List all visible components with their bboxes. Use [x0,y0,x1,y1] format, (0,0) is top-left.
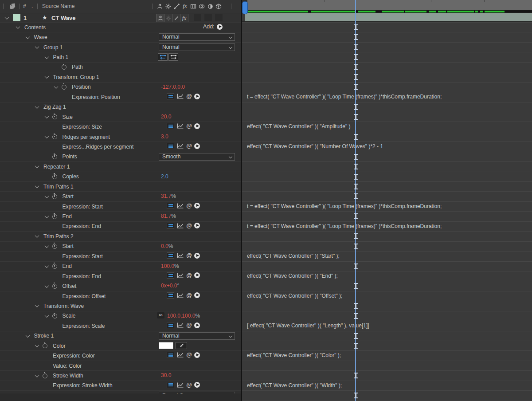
expression-language-menu-icon[interactable] [194,272,200,278]
show-post-expression-graph-icon[interactable] [176,123,184,129]
stopwatch-icon[interactable] [43,373,47,378]
property-value[interactable]: 2.0 [161,173,168,180]
property-value[interactable]: 100.0% [161,263,179,269]
property-row[interactable]: Ridges per segment3.0 [0,132,241,142]
enable-expression-icon[interactable] [167,143,174,149]
dropdown-normal[interactable]: Normal [159,332,235,340]
eyedropper-icon[interactable] [176,342,187,349]
property-row[interactable]: End100.0% [0,261,241,271]
stopwatch-icon[interactable] [52,114,57,119]
stopwatch-icon[interactable] [52,134,57,139]
shy-icon[interactable] [156,3,163,10]
property-track-row[interactable] [242,172,532,181]
enable-expression-icon[interactable] [167,352,174,358]
property-track-row[interactable] [242,42,532,52]
property-row[interactable]: ContentsAdd: [0,22,241,32]
property-row[interactable]: Stroke 1Normal [0,331,241,341]
motion-blur-icon[interactable] [198,3,205,10]
expression-row[interactable]: Expression: Color@ [0,350,241,360]
path-direction-icon[interactable] [168,53,178,61]
property-row[interactable]: Transform: Wave [0,301,241,311]
property-row[interactable]: Start31.7% [0,191,241,201]
expression-track-row[interactable]: t = effect( "CT Wave Controller" )( "Loo… [242,221,532,231]
stopwatch-icon[interactable] [52,174,57,179]
enable-expression-icon[interactable] [167,203,174,209]
source-name-column-header[interactable]: Source Name [42,3,74,9]
quality-toggle[interactable] [172,14,180,22]
enable-expression-icon[interactable] [167,292,174,299]
expression-row[interactable]: Expression: Offset@ [0,291,241,301]
chevron-down-icon[interactable] [54,84,59,89]
expression-pick-whip-icon[interactable]: @ [186,252,192,259]
stopwatch-icon[interactable] [52,154,57,159]
property-track-row[interactable] [242,72,532,82]
link-dimensions-icon[interactable]: ∞ [157,312,164,318]
enable-expression-icon[interactable] [167,223,174,229]
expression-pick-whip-icon[interactable]: @ [186,123,192,129]
property-track-row[interactable] [242,32,532,42]
property-row[interactable]: Size20.0 [0,112,241,122]
property-track-row[interactable] [242,132,532,142]
chevron-down-icon[interactable] [16,24,20,29]
show-post-expression-graph-icon[interactable] [176,223,184,229]
number-column-header[interactable]: # [23,3,26,9]
property-track-row[interactable] [242,261,532,271]
expression-language-menu-icon[interactable] [194,143,200,149]
property-track-row[interactable] [242,361,532,370]
property-row[interactable]: Color [0,341,241,350]
show-post-expression-graph-icon[interactable] [176,93,184,99]
chevron-down-icon[interactable] [44,134,49,138]
property-value[interactable]: 0x+0.0° [161,283,179,289]
expression-row[interactable]: Expression: End@ [0,221,241,231]
property-track-row[interactable] [242,181,532,191]
time-navigator-handle[interactable] [242,1,248,14]
chevron-down-icon[interactable] [44,263,49,268]
enable-expression-icon[interactable] [167,272,174,279]
expression-row[interactable]: Expression: Start@ [0,251,241,261]
property-row[interactable]: Scale∞100.0,100.0% [0,311,241,321]
property-value[interactable]: 31.7% [161,193,176,199]
stopwatch-icon[interactable] [52,244,57,249]
collapse-transformations-toggle[interactable] [164,14,172,22]
property-row[interactable]: Path 1 [0,52,241,62]
property-track-row[interactable] [242,331,532,341]
property-value[interactable]: 30.0 [161,372,171,378]
property-track-row[interactable] [242,191,532,201]
layer-name[interactable]: CT Wave [51,15,75,21]
expression-row[interactable]: Expression: Stroke Width@ [0,381,241,390]
layer-duration-bar[interactable] [245,12,532,22]
property-track-row[interactable] [242,341,532,350]
property-value[interactable]: 20.0 [161,114,171,120]
property-track-row[interactable] [242,211,532,221]
stopwatch-icon[interactable] [52,214,57,219]
expression-language-menu-icon[interactable] [194,94,200,99]
expression-pick-whip-icon[interactable]: @ [186,292,192,299]
property-row[interactable]: Start0.0% [0,241,241,251]
property-value[interactable]: 3.0 [161,134,168,140]
expression-language-menu-icon[interactable] [194,322,200,328]
enable-expression-icon[interactable] [167,252,174,259]
stopwatch-icon[interactable] [62,85,66,90]
property-track-row[interactable] [242,161,532,171]
dropdown-smooth[interactable]: Smooth [159,153,235,161]
chevron-down-icon[interactable] [25,35,30,39]
property-row[interactable]: Transform: Group 1 [0,72,241,82]
collapse-transformations-icon[interactable] [164,3,172,10]
show-post-expression-graph-icon[interactable] [176,292,184,299]
dot-column-header[interactable]: . [31,3,33,9]
expression-row[interactable]: Expression: Position@ [0,92,241,102]
expression-pick-whip-icon[interactable]: @ [186,143,192,149]
chevron-down-icon[interactable] [35,164,39,168]
enable-expression-icon[interactable] [167,322,174,328]
expression-row[interactable]: Expression: Scale@ [0,321,241,330]
expression-language-menu-icon[interactable] [194,223,200,228]
stopwatch-icon[interactable] [52,284,57,289]
tag-icon[interactable] [9,3,16,9]
expression-row[interactable]: Expression: Start@ [0,201,241,211]
chevron-down-icon[interactable] [35,343,39,347]
expression-language-menu-icon[interactable] [194,352,200,358]
stopwatch-icon[interactable] [52,264,57,269]
dropdown-normal[interactable]: Normal [159,33,235,41]
current-time-indicator[interactable] [355,0,356,401]
shy-toggle[interactable] [156,14,164,22]
